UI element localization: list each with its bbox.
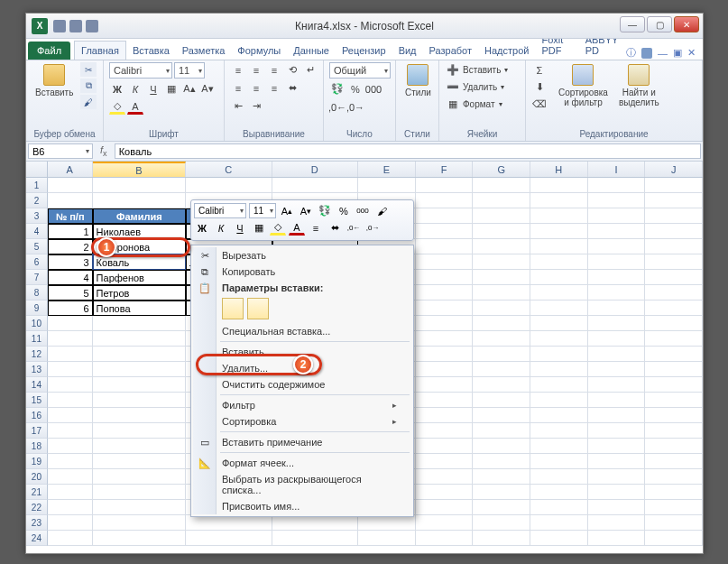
cell[interactable]: [645, 316, 703, 331]
cell[interactable]: [473, 208, 530, 224]
cell[interactable]: [530, 500, 588, 515]
cell[interactable]: [473, 239, 530, 254]
cell[interactable]: [416, 331, 474, 347]
cell[interactable]: [645, 239, 703, 254]
cell[interactable]: [48, 393, 93, 408]
cell[interactable]: [645, 347, 703, 362]
row-header[interactable]: 19: [26, 454, 48, 469]
cell[interactable]: [588, 193, 646, 208]
cell[interactable]: [530, 178, 588, 193]
tab-addins[interactable]: Надстрой: [478, 42, 535, 60]
paste-option-default-icon[interactable]: [222, 298, 244, 319]
bold-button[interactable]: Ж: [109, 81, 125, 97]
ctx-dropdown[interactable]: Выбрать из раскрывающегося списка...: [193, 471, 411, 498]
cell[interactable]: [186, 531, 272, 546]
cell[interactable]: [416, 300, 474, 316]
orientation-icon[interactable]: ⟲: [284, 62, 300, 78]
row-header[interactable]: 23: [26, 515, 48, 531]
cell[interactable]: [48, 515, 93, 531]
cell[interactable]: [416, 316, 474, 331]
cell[interactable]: [473, 500, 530, 515]
cell[interactable]: [588, 254, 646, 270]
cell[interactable]: [645, 439, 703, 454]
doc-min-icon[interactable]: —: [658, 48, 668, 59]
align-middle-icon[interactable]: ≡: [248, 62, 264, 78]
find-select-button[interactable]: Найти и выделить: [615, 62, 663, 109]
mini-underline-button[interactable]: Ч: [232, 220, 248, 236]
ctx-comment[interactable]: ▭Вставить примечание: [193, 434, 411, 450]
cell[interactable]: [473, 254, 530, 270]
col-header[interactable]: B: [93, 162, 186, 177]
cell[interactable]: [473, 469, 530, 485]
row-header[interactable]: 2: [26, 193, 48, 208]
cell[interactable]: [645, 270, 703, 285]
decrease-indent-icon[interactable]: ⇤: [230, 98, 246, 114]
cell[interactable]: [530, 469, 588, 485]
cell[interactable]: [93, 469, 186, 485]
cell[interactable]: [48, 347, 93, 362]
row-header[interactable]: 11: [26, 331, 48, 347]
clear-icon[interactable]: ⌫: [531, 97, 548, 112]
cell[interactable]: [530, 285, 588, 300]
cell[interactable]: [93, 193, 186, 208]
cells-format-button[interactable]: ▦Формат▾: [445, 97, 502, 112]
tab-data[interactable]: Данные: [287, 42, 336, 60]
cell[interactable]: [588, 515, 646, 531]
cell[interactable]: [93, 423, 186, 439]
align-bottom-icon[interactable]: ≡: [266, 62, 282, 78]
col-header[interactable]: F: [416, 162, 474, 177]
mini-font-combo[interactable]: Calibri: [194, 203, 246, 218]
cell[interactable]: [48, 408, 93, 423]
cell[interactable]: [93, 377, 186, 393]
row-header[interactable]: 6: [26, 254, 48, 270]
tab-home[interactable]: Главная: [74, 41, 126, 60]
cell[interactable]: № п/п: [48, 208, 93, 224]
cell[interactable]: [473, 347, 530, 362]
cell[interactable]: [416, 408, 474, 423]
font-color-button[interactable]: A: [127, 99, 143, 115]
cell[interactable]: [530, 515, 588, 531]
cell[interactable]: [416, 362, 474, 377]
tab-file[interactable]: Файл: [28, 42, 70, 60]
cell[interactable]: [645, 178, 703, 193]
redo-icon[interactable]: [86, 20, 98, 32]
shrink-font-icon[interactable]: A▾: [199, 81, 216, 97]
cell[interactable]: [93, 531, 186, 546]
mini-comma-icon[interactable]: 000: [355, 203, 371, 218]
cell[interactable]: [588, 377, 646, 393]
cell[interactable]: [93, 500, 186, 515]
merge-icon[interactable]: ⬌: [284, 80, 300, 96]
cell[interactable]: 5: [48, 285, 93, 300]
number-format-combo[interactable]: Общий: [329, 62, 391, 79]
cell[interactable]: 2: [48, 239, 93, 254]
cells-delete-button[interactable]: ➖Удалить▾: [445, 79, 504, 95]
percent-icon[interactable]: %: [347, 81, 364, 97]
sort-filter-button[interactable]: Сортировка и фильтр: [555, 62, 612, 109]
cell[interactable]: [48, 331, 93, 347]
mini-merge-icon[interactable]: ⬌: [327, 220, 343, 236]
cell[interactable]: [645, 193, 703, 208]
cell[interactable]: [530, 485, 588, 500]
cell[interactable]: [588, 285, 646, 300]
select-all-corner[interactable]: [26, 162, 48, 177]
cell[interactable]: [588, 423, 646, 439]
mini-currency-icon[interactable]: 💱: [317, 203, 333, 218]
cell[interactable]: [48, 316, 93, 331]
cell[interactable]: [588, 439, 646, 454]
cell[interactable]: [186, 178, 272, 193]
mini-fill-button[interactable]: ◇: [270, 220, 286, 236]
tab-formulas[interactable]: Формулы: [231, 42, 287, 60]
mini-fontcolor-button[interactable]: A: [289, 220, 305, 236]
doc-restore-icon[interactable]: ▣: [673, 47, 682, 59]
underline-button[interactable]: Ч: [145, 81, 161, 97]
cell[interactable]: [530, 208, 588, 224]
cell[interactable]: [588, 485, 646, 500]
cell[interactable]: [186, 515, 272, 531]
cell[interactable]: [588, 224, 646, 239]
cell[interactable]: [93, 439, 186, 454]
cell[interactable]: [358, 178, 416, 193]
decrease-decimal-icon[interactable]: ,0→: [347, 99, 364, 115]
ctx-sort[interactable]: Сортировка▸: [193, 413, 411, 430]
cell[interactable]: [530, 454, 588, 469]
tab-view[interactable]: Вид: [392, 42, 423, 60]
